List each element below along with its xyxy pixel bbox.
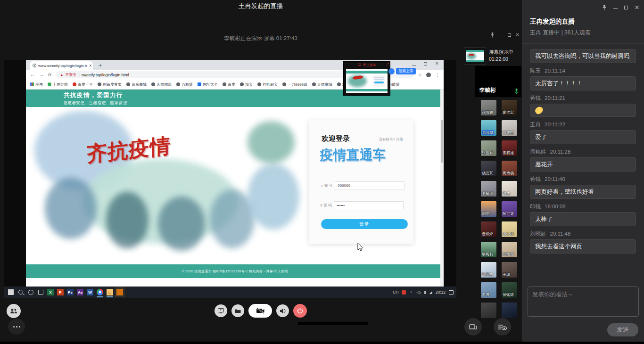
pin-icon[interactable]: [490, 32, 495, 38]
password-input[interactable]: ••••••: [334, 201, 404, 209]
bookmark-item[interactable]: 挂机刷宝: [257, 82, 278, 87]
browser-tab[interactable]: www.sweetly.top/login/login.h ✕: [30, 61, 93, 70]
chat-restore-icon[interactable]: [624, 6, 628, 9]
security-label[interactable]: 不安全: [65, 72, 76, 77]
participant-tile[interactable]: 李博: [481, 282, 496, 298]
participant-tile[interactable]: 曾煜焯: [481, 221, 496, 237]
browser-maximize-icon[interactable]: [424, 62, 427, 66]
strip-close-icon[interactable]: ✕: [516, 33, 520, 37]
input-language-indicator[interactable]: CH: [393, 290, 398, 295]
participant-tile[interactable]: [502, 303, 517, 318]
taskbar-search-button[interactable]: [17, 289, 24, 295]
bookmark-item[interactable]: 京东商城: [126, 82, 147, 87]
expand-icon[interactable]: ⤢: [386, 63, 389, 66]
word-taskbar-icon[interactable]: W: [87, 289, 93, 295]
new-tab-button[interactable]: ＋: [98, 62, 103, 69]
task-view-button[interactable]: [37, 289, 44, 295]
end-call-button[interactable]: [293, 304, 307, 318]
stop-presenting-label[interactable]: 停止演示: [363, 63, 376, 67]
bookmark-item[interactable]: 到百度首页: [98, 82, 122, 87]
active-speaker-tile[interactable]: 李毓彬: [475, 66, 521, 97]
participant-tile[interactable]: 廖佳宏: [502, 100, 517, 115]
bookmark-item[interactable]: 百度: [223, 82, 235, 87]
participant-tile[interactable]: 杨云芃: [481, 161, 496, 176]
tab-close-icon[interactable]: ✕: [89, 64, 92, 68]
back-icon[interactable]: ←: [30, 72, 35, 77]
powerpoint-taskbar-icon[interactable]: P: [57, 289, 64, 295]
profile-avatar-icon[interactable]: [426, 73, 431, 77]
chat-close-icon[interactable]: ✕: [635, 5, 639, 10]
send-button[interactable]: 发送: [607, 323, 638, 336]
chrome-taskbar-icon[interactable]: [97, 289, 103, 295]
float-handle-icon[interactable]: [388, 68, 395, 74]
participant-tile[interactable]: 张德林: [481, 140, 496, 156]
bookmark-item[interactable]: 应用: [30, 82, 43, 87]
user-icon: ☺: [320, 184, 323, 187]
action-center-icon[interactable]: [449, 290, 454, 295]
bookmark-item[interactable]: 一刀9999级: [282, 82, 307, 87]
file-explorer-taskbar-icon[interactable]: ▭: [107, 289, 113, 295]
bookmark-item[interactable]: 网址大全: [198, 82, 218, 87]
page-scrollbar[interactable]: [440, 90, 444, 287]
cortana-button[interactable]: [27, 289, 34, 295]
excel-taskbar-icon[interactable]: X: [47, 289, 54, 295]
participant-tile[interactable]: 张雪娇: [481, 100, 496, 115]
browser-close-icon[interactable]: ✕: [435, 61, 439, 66]
aftereffects-taskbar-icon[interactable]: Ae: [77, 289, 83, 295]
account-input[interactable]: 666666: [335, 181, 405, 189]
presenter-float-window[interactable]: 停止演示 ⤢: [343, 61, 390, 96]
photoshop-taskbar-icon[interactable]: Ps: [67, 289, 74, 295]
volume-icon[interactable]: ◁): [416, 290, 421, 295]
reload-icon[interactable]: ⟳: [48, 73, 52, 77]
bookmark-item[interactable]: 万相贷: [176, 82, 193, 87]
participant-tile[interactable]: 邹雨薇: [502, 242, 517, 257]
browser-minimize-icon[interactable]: [412, 65, 416, 66]
participant-tile[interactable]: 欧英杰: [481, 262, 496, 278]
chat-input[interactable]: [528, 287, 639, 317]
participant-tile[interactable]: 黄秀杨: [502, 161, 517, 176]
browser-menu-icon[interactable]: ⋮: [435, 73, 439, 77]
chat-minimize-icon[interactable]: [613, 8, 618, 9]
chat-message-list[interactable]: 我可以去咨询吗，可以当我的树洞吗 陈玉20:11:14 太厉害了！！！！ 蒋锐2…: [530, 49, 639, 274]
speaker-button[interactable]: [276, 304, 289, 317]
battery-icon[interactable]: ▮: [424, 290, 426, 295]
bookmark-item[interactable]: 百度一下: [73, 82, 93, 87]
bookmark-item[interactable]: 天猫商城: [312, 82, 332, 87]
tray-chevron-icon[interactable]: ＾: [409, 290, 413, 295]
participant-tile[interactable]: 谢杰: [502, 181, 517, 197]
share-screen-button[interactable]: [215, 304, 227, 317]
meeting-app-taskbar-icon[interactable]: [116, 289, 123, 295]
tray-app-icon[interactable]: [402, 290, 406, 295]
hide-float-button[interactable]: 隐藏上浮: [388, 68, 416, 74]
bookmark-star-icon[interactable]: ☆: [418, 73, 422, 77]
participant-tile[interactable]: 刘洋: [481, 201, 496, 217]
bookmark-item[interactable]: 上网导航: [48, 82, 68, 87]
taskbar-clock[interactable]: 20:12: [436, 290, 446, 295]
participant-tile[interactable]: 王珊: [502, 262, 517, 278]
bookmark-item[interactable]: 淘宝: [240, 82, 253, 87]
wifi-icon[interactable]: ◢: [429, 290, 432, 295]
participant-tile[interactable]: 阮世龙: [502, 201, 517, 217]
participant-tile[interactable]: 袁程旭: [502, 140, 517, 156]
open-folder-button[interactable]: [231, 304, 244, 317]
participant-tile[interactable]: 侯人杰: [502, 221, 517, 237]
login-button[interactable]: 登录: [321, 219, 408, 229]
url-text: sweetly.top/login/login.html: [82, 73, 129, 77]
screen-share-thumbnail[interactable]: [464, 47, 486, 65]
start-button[interactable]: [8, 289, 14, 295]
more-options-button[interactable]: [8, 319, 25, 335]
message-time: 16:00:08: [545, 204, 566, 209]
pin-icon[interactable]: [602, 4, 607, 10]
forward-icon[interactable]: →: [39, 72, 44, 77]
strip-restore-icon[interactable]: [508, 33, 511, 37]
participant-tile[interactable]: 黎梅莉: [481, 242, 496, 257]
participant-tile[interactable]: 何铭涛: [502, 282, 517, 298]
camera-toggle-button[interactable]: [248, 304, 272, 318]
participant-tile[interactable]: [481, 303, 496, 318]
register-link[interactable]: 没有账号? 注册: [379, 137, 403, 142]
participant-tile[interactable]: 曾浚嫦: [481, 120, 496, 136]
participant-tile[interactable]: 李毓茂: [481, 181, 496, 197]
participant-tile[interactable]: 张建国: [502, 120, 517, 136]
bookmark-item[interactable]: 天猫精选: [151, 82, 172, 87]
strip-minimize-icon[interactable]: [499, 36, 503, 36]
